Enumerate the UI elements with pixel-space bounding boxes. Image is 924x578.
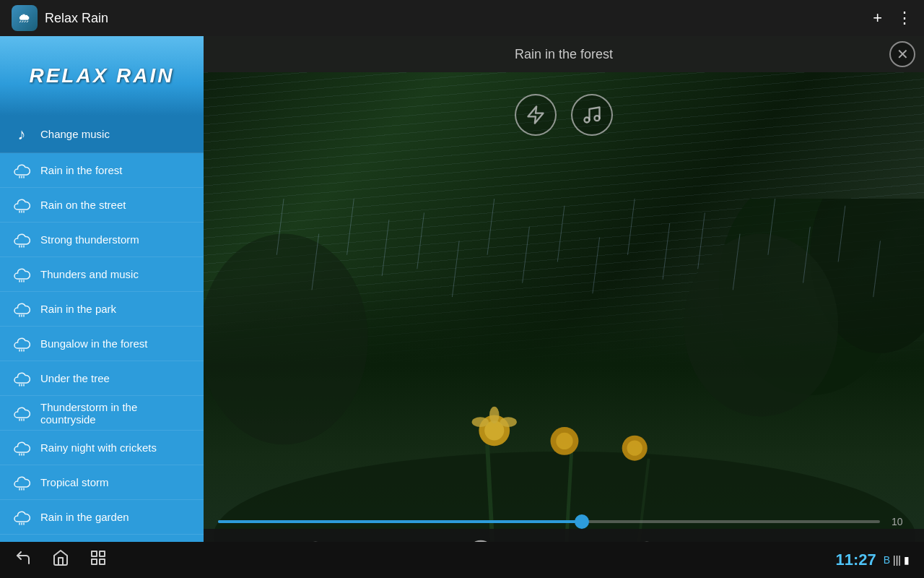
signal-icon: ||| [893, 554, 901, 566]
video-area: 10 [204, 72, 924, 578]
progress-track[interactable] [218, 520, 880, 523]
cloud-rain-icon-9 [12, 473, 32, 493]
progress-fill [218, 520, 582, 523]
logo-text: relax rain [29, 64, 174, 87]
sidebar-logo: relax rain [29, 64, 174, 87]
svg-line-19 [417, 212, 424, 269]
svg-point-2 [684, 234, 838, 417]
sidebar-item-rain-forest[interactable]: Rain in the forest [0, 153, 204, 188]
cloud-rain-icon-6 [12, 368, 32, 389]
svg-line-21 [557, 206, 565, 262]
svg-line-18 [347, 199, 354, 255]
cloud-rain-icon-7 [12, 403, 32, 423]
sidebar-label-thunderstorm-countryside: Thunderstorm in the countryside [40, 401, 192, 426]
cloud-rain-icon-2 [12, 230, 32, 250]
sidebar-label-rain-park: Rain in the park [40, 303, 116, 315]
svg-line-23 [698, 212, 705, 269]
music-overlay-btn[interactable] [571, 94, 613, 136]
sidebar-label-strong-thunderstorm: Strong thunderstorm [40, 233, 139, 246]
content-title: Rain in the forest [515, 47, 613, 62]
sidebar-item-thunders-music[interactable]: Thunders and music [0, 257, 204, 292]
recent-apps-button[interactable] [90, 549, 107, 571]
sidebar-header: relax rain [0, 36, 204, 116]
cloud-rain-icon-0 [12, 160, 32, 181]
svg-line-20 [487, 199, 494, 255]
svg-point-16 [489, 407, 500, 423]
top-bar: 🌧 Relax Rain + ⋮ [0, 0, 924, 36]
progress-time: 10 [892, 516, 910, 527]
svg-rect-46 [92, 559, 97, 564]
svg-rect-45 [100, 551, 105, 556]
svg-point-13 [627, 440, 642, 455]
svg-point-15 [500, 417, 517, 427]
content-header: Rain in the forest ✕ [204, 36, 924, 72]
system-clock: 11:27 [835, 551, 876, 569]
more-button[interactable]: ⋮ [897, 9, 912, 27]
sidebar-item-thunderstorm-countryside[interactable]: Thunderstorm in the countryside [0, 396, 204, 431]
svg-line-27 [382, 220, 389, 276]
sidebar-label-rain-garden: Rain in the garden [40, 511, 129, 523]
svg-point-11 [556, 433, 572, 449]
overlay-controls [515, 94, 613, 136]
bottom-nav: 11:27 B ||| ▮ [0, 542, 924, 578]
svg-point-36 [585, 118, 590, 123]
cloud-rain-icon-10 [12, 507, 32, 527]
cloud-rain-icon-3 [12, 264, 32, 285]
svg-marker-35 [528, 106, 544, 123]
svg-point-37 [595, 116, 600, 121]
sidebar-label-tropical-storm: Tropical storm [40, 476, 108, 488]
cloud-rain-icon-1 [12, 195, 32, 215]
sidebar-item-change-music[interactable]: ♪ Change music [0, 116, 204, 153]
progress-area: 10 [204, 516, 924, 527]
svg-point-4 [204, 234, 368, 445]
svg-line-29 [523, 227, 530, 283]
change-music-label: Change music [40, 128, 110, 140]
progress-thumb[interactable] [575, 514, 589, 529]
home-button[interactable] [52, 549, 69, 571]
app-icon: 🌧 [12, 5, 38, 31]
sidebar-item-tropical-storm[interactable]: Tropical storm [0, 465, 204, 500]
sidebar: relax rain ♪ Change music Rain in the fo… [0, 36, 204, 578]
svg-line-22 [627, 199, 635, 255]
svg-point-14 [472, 417, 489, 427]
svg-line-30 [593, 237, 600, 293]
close-button[interactable]: ✕ [889, 41, 915, 67]
sidebar-item-rain-street[interactable]: Rain on the street [0, 188, 204, 223]
sidebar-label-under-tree: Under the tree [40, 372, 110, 384]
sidebar-item-under-tree[interactable]: Under the tree [0, 361, 204, 396]
cloud-rain-icon-5 [12, 334, 32, 354]
sidebar-label-thunders-music: Thunders and music [40, 268, 139, 280]
battery-icon: ▮ [904, 554, 910, 566]
top-actions: + ⋮ [873, 9, 912, 27]
status-icons: B ||| ▮ [884, 554, 910, 566]
music-note-icon: ♪ [12, 124, 32, 144]
content-area: Rain in the forest ✕ [204, 36, 924, 578]
lightning-overlay-btn[interactable] [515, 94, 557, 136]
bluetooth-icon: B [884, 554, 890, 566]
sidebar-item-bungalow-forest[interactable]: Bungalow in the forest [0, 327, 204, 361]
sidebar-item-strong-thunderstorm[interactable]: Strong thunderstorm [0, 223, 204, 257]
svg-line-28 [452, 241, 459, 297]
svg-rect-47 [100, 559, 105, 564]
cloud-rain-icon-8 [12, 438, 32, 458]
back-button[interactable] [14, 549, 32, 571]
sidebar-label-rain-street: Rain on the street [40, 199, 126, 211]
sidebar-label-bungalow-forest: Bungalow in the forest [40, 337, 147, 350]
svg-rect-44 [92, 551, 97, 556]
sidebar-item-rain-park[interactable]: Rain in the park [0, 292, 204, 327]
sidebar-label-rain-forest: Rain in the forest [40, 164, 122, 176]
svg-line-31 [663, 223, 670, 280]
sidebar-label-rainy-night-crickets: Rainy night with crickets [40, 441, 157, 454]
sidebar-item-rain-garden[interactable]: Rain in the garden [0, 500, 204, 535]
app-title: Relax Rain [45, 11, 873, 26]
status-right: 11:27 B ||| ▮ [835, 551, 910, 569]
sidebar-item-rainy-night-crickets[interactable]: Rainy night with crickets [0, 431, 204, 465]
cloud-rain-icon-4 [12, 299, 32, 319]
app-icon-symbol: 🌧 [18, 11, 31, 26]
main-layout: relax rain ♪ Change music Rain in the fo… [0, 36, 924, 578]
nav-buttons [14, 549, 107, 571]
add-button[interactable]: + [873, 9, 882, 27]
